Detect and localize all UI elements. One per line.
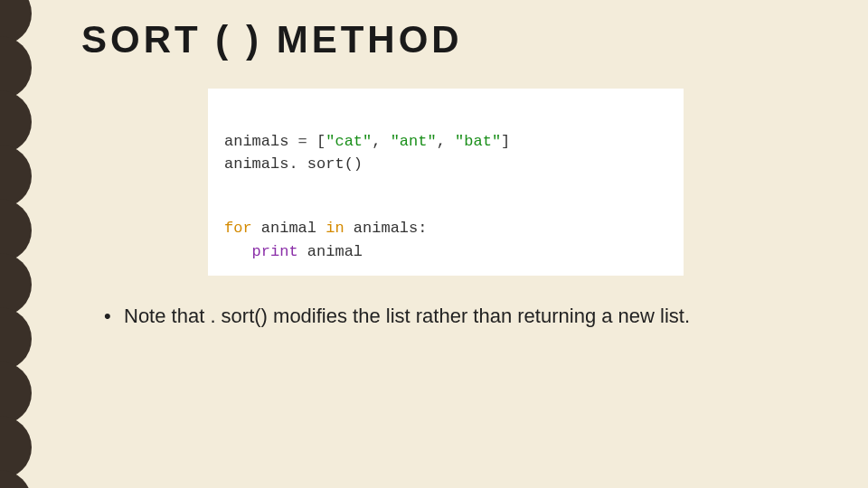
- code-token: animals: [224, 133, 288, 150]
- code-token: "ant": [391, 133, 437, 150]
- slide: SORT ( ) METHOD animals = ["cat", "ant",…: [0, 0, 868, 488]
- code-token: [344, 220, 354, 237]
- code-token: in: [326, 220, 344, 237]
- code-token: :: [418, 220, 427, 237]
- code-token: . sort(): [288, 155, 363, 173]
- code-token: ,: [372, 133, 390, 150]
- code-token: ]: [501, 133, 510, 150]
- code-token: animal: [261, 220, 316, 237]
- note-item: Note that . sort() modifies the list rat…: [104, 303, 791, 330]
- code-token: animal: [307, 243, 363, 260]
- code-token: for: [224, 220, 252, 237]
- code-token: "cat": [326, 133, 372, 150]
- code-token: print: [252, 243, 298, 260]
- code-blank-line: [224, 176, 667, 194]
- code-token: [252, 220, 261, 237]
- code-token: "bat": [455, 133, 501, 150]
- code-token: [224, 243, 252, 260]
- code-token: =: [288, 133, 316, 150]
- code-block: animals = ["cat", "ant", "bat"] animals.…: [208, 89, 684, 276]
- content-area: SORT ( ) METHOD animals = ["cat", "ant",…: [81, 18, 823, 330]
- code-token: animals: [224, 155, 288, 173]
- slide-title: SORT ( ) METHOD: [81, 18, 823, 61]
- left-wave-decoration: [0, 0, 32, 488]
- code-token: [: [316, 133, 326, 150]
- notes-list: Note that . sort() modifies the list rat…: [104, 303, 791, 330]
- code-token: animals: [354, 220, 418, 237]
- code-token: ,: [437, 133, 455, 150]
- code-token: [316, 220, 326, 237]
- code-token: [298, 243, 307, 260]
